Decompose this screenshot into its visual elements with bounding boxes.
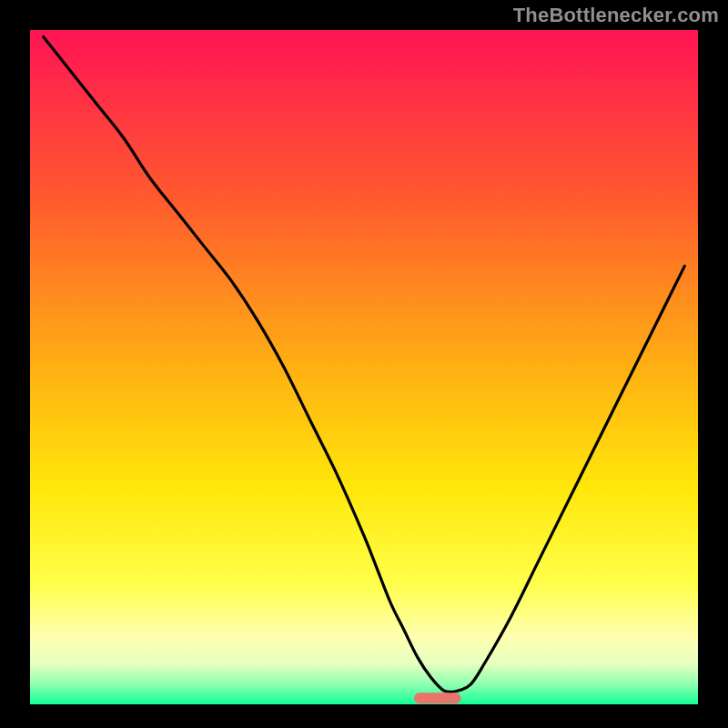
plot-border-right (698, 0, 728, 728)
plot-background (30, 30, 698, 704)
plot-border-left (0, 0, 30, 728)
optimum-marker (414, 693, 460, 703)
chart-container: { "attribution": "TheBottlenecker.com", … (0, 0, 728, 728)
chart-svg (0, 0, 728, 728)
attribution-text: TheBottlenecker.com (513, 4, 719, 27)
plot-border-bottom (0, 704, 728, 728)
